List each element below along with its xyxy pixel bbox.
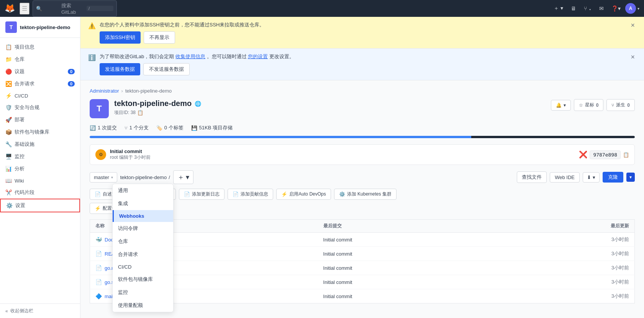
download-icon: ⬇	[587, 174, 591, 180]
menu-item-usage-quota[interactable]: 使用量配额	[113, 299, 173, 312]
branch-selector[interactable]: master ▾	[90, 172, 117, 183]
search-icon: 🔍	[36, 6, 59, 11]
merge-requests-nav-button[interactable]: ⑂ ▾	[581, 3, 595, 14]
commit-avatar: ⚙	[95, 149, 106, 160]
sidebar-item-repository[interactable]: 📁 仓库	[0, 53, 80, 65]
sidebar-item-project-info[interactable]: 📋 项目信息	[0, 41, 80, 53]
screen-button[interactable]: 🖥	[568, 3, 579, 14]
new-item-button[interactable]: ＋ ▾	[551, 3, 566, 14]
menu-item-webhooks[interactable]: Webhooks	[113, 210, 173, 222]
contributing-icon: 📄	[233, 191, 239, 197]
commits-count: 1 次提交	[98, 124, 117, 131]
sidebar-item-deploy[interactable]: 🚀 部署	[0, 114, 80, 126]
star-button[interactable]: ☆ 星标 0	[574, 99, 604, 111]
sidebar-collapse-button[interactable]: « 收起侧边栏	[0, 303, 80, 318]
storage-bar	[90, 136, 635, 138]
fork-label: 派生	[616, 102, 625, 108]
auto-devops-label: 启用Auto DevOps	[289, 191, 326, 197]
copy-id-icon[interactable]: 📋	[137, 110, 143, 116]
menu-item-repository[interactable]: 仓库	[113, 235, 173, 248]
sidebar-item-cicd[interactable]: ⚡ CI/CD	[0, 90, 80, 101]
readme-icon: 📄	[95, 191, 101, 197]
commit-hash[interactable]: 9787e898	[590, 150, 621, 159]
auto-devops-button[interactable]: ⚡ 启用Auto DevOps	[276, 189, 331, 200]
commit-message: Initial commit	[110, 148, 575, 154]
path-project: tekton-pipeline-demo	[120, 174, 167, 180]
fork-button[interactable]: ⑂ 派生 0	[606, 99, 635, 111]
mail-button[interactable]: ✉	[596, 3, 607, 14]
storage-stat: 💾 51KB 项目存储	[191, 124, 233, 131]
usage-text-after: 更改设置。	[269, 54, 294, 59]
add-ssh-key-button[interactable]: 添加SSH密钥	[100, 31, 141, 44]
file-updated-cell: 3小时前	[500, 247, 635, 261]
repository-icon: 📁	[5, 56, 11, 62]
infrastructure-icon: 🔧	[5, 141, 11, 147]
packages-icon: 📦	[5, 129, 11, 135]
send-data-button[interactable]: 发送服务数据	[100, 63, 140, 75]
dismiss-ssh-button[interactable]: 不再显示	[144, 31, 175, 44]
add-file-button[interactable]: ＋ ▾	[173, 170, 193, 184]
sidebar-item-infrastructure[interactable]: 🔧 基础设施	[0, 138, 80, 150]
menu-item-merge-requests[interactable]: 合并请求	[113, 248, 173, 261]
commit-text: Initial commit root 编辑于 3小时前	[110, 148, 575, 161]
find-file-button[interactable]: 查找文件	[517, 171, 547, 183]
web-ide-button[interactable]: Web IDE	[550, 172, 580, 183]
commit-column-header: 最后提交	[318, 220, 500, 233]
breadcrumb-parent[interactable]: Administrator	[90, 88, 119, 94]
sidebar-item-packages[interactable]: 📦 软件包与镜像库	[0, 126, 80, 138]
star-label: 星标	[585, 102, 594, 108]
storage-icon: 💾	[191, 125, 197, 131]
sidebar-item-snippets[interactable]: ✂️ 代码片段	[0, 186, 80, 199]
search-shortcut: /	[87, 6, 113, 11]
kubernetes-button[interactable]: ⚙️ 添加 Kubernetes 集群	[334, 189, 397, 200]
search-box[interactable]: 🔍 搜索 GitLab /	[33, 0, 117, 17]
cicd-icon: ⚡	[5, 93, 11, 99]
sidebar-item-security[interactable]: 🛡️ 安全与合规	[0, 101, 80, 114]
menu-item-packages[interactable]: 软件包与镜像库	[113, 273, 173, 286]
menu-item-general[interactable]: 通用	[113, 184, 173, 197]
help-button[interactable]: ❓▾	[608, 3, 624, 14]
project-actions: 🔔 ▾ ☆ 星标 0 ⑂ 派生 0	[551, 99, 635, 111]
settings-link[interactable]: 您的设置	[248, 54, 268, 59]
user-avatar[interactable]: A	[625, 3, 636, 14]
download-button[interactable]: ⬇ ▾	[583, 172, 600, 183]
sidebar-item-label: 项目信息	[15, 44, 34, 51]
sidebar-item-label: 合并请求	[15, 80, 34, 87]
menu-item-integrations[interactable]: 集成	[113, 197, 173, 210]
menu-item-monitor[interactable]: 监控	[113, 286, 173, 299]
clone-dropdown-button[interactable]: ▾	[626, 173, 635, 182]
no-send-data-button[interactable]: 不发送服务数据	[143, 63, 190, 75]
sidebar-item-wiki[interactable]: 📖 Wiki	[0, 175, 80, 186]
sidebar-item-issues[interactable]: 🔴 议题 0	[0, 65, 80, 78]
menu-item-access-tokens[interactable]: 访问令牌	[113, 222, 173, 235]
sidebar-item-label: 议题	[15, 68, 25, 75]
project-id-text: 项目ID: 38	[114, 109, 136, 116]
copy-hash-icon[interactable]: 📋	[623, 152, 629, 158]
sidebar-item-analyze[interactable]: 📊 分析	[0, 163, 80, 175]
usage-banner-text: 为了帮助改进GitLab，我们会定期 收集使用信息 。您可以随时通过 您的设置 …	[100, 53, 625, 60]
star-icon: ☆	[579, 103, 583, 108]
sidebar-item-merge-requests[interactable]: 🔀 合并请求 0	[0, 78, 80, 90]
tags-icon: 🏷️	[156, 125, 162, 131]
file-updated-cell: 3小时前	[500, 275, 635, 289]
close-usage-banner-button[interactable]: ×	[629, 53, 636, 61]
file-icon: 📄	[95, 279, 102, 285]
collect-info-link[interactable]: 收集使用信息	[175, 54, 205, 59]
add-changelog-button[interactable]: 📄 添加更新日志	[179, 189, 224, 200]
sidebar-item-monitor[interactable]: 🖥️ 监控	[0, 150, 80, 163]
issues-badge: 0	[68, 69, 75, 74]
warning-icon: ⚠️	[88, 22, 96, 29]
add-contributing-button[interactable]: 📄 添加贡献信息	[228, 189, 273, 200]
hamburger-menu[interactable]: ☰	[20, 3, 29, 15]
menu-item-cicd[interactable]: CI/CD	[113, 261, 173, 273]
sidebar-item-settings[interactable]: ⚙️ 设置	[0, 199, 80, 212]
close-ssh-banner-button[interactable]: ×	[629, 21, 636, 29]
file-icon: 📄	[95, 265, 102, 271]
notification-button[interactable]: 🔔 ▾	[551, 100, 571, 111]
sidebar-project-header: T tekton-pipeline-demo	[0, 17, 80, 38]
usage-banner: ℹ️ 为了帮助改进GitLab，我们会定期 收集使用信息 。您可以随时通过 您的…	[80, 49, 644, 80]
analyze-icon: 📊	[5, 166, 11, 172]
notification-chevron: ▾	[564, 103, 566, 108]
clone-button[interactable]: 克隆	[603, 172, 623, 183]
fork-icon: ⑂	[611, 103, 614, 108]
